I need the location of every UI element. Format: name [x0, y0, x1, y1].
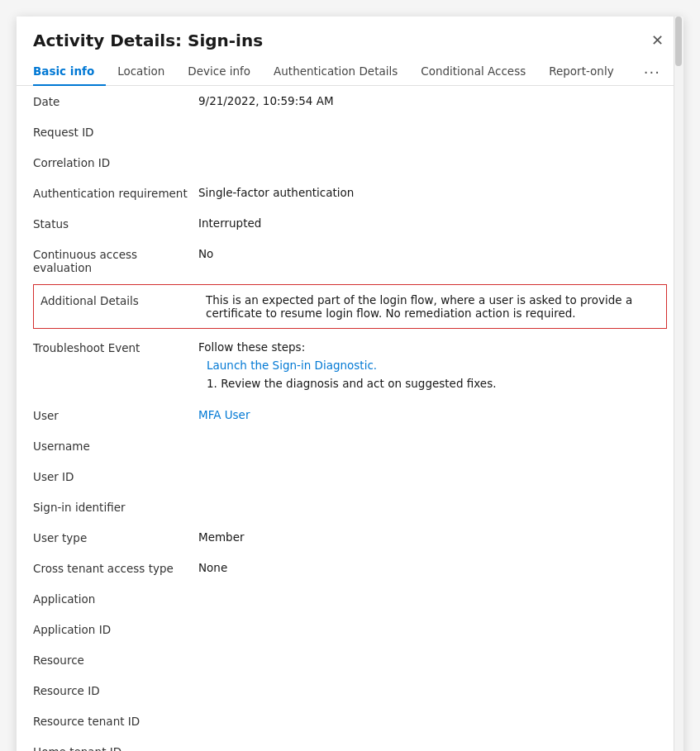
field-label-resource-tenant-id: Resource tenant ID	[33, 714, 198, 728]
field-user: User MFA User	[33, 400, 667, 430]
scrollbar-track[interactable]	[674, 17, 683, 751]
field-resource-tenant-id: Resource tenant ID	[33, 706, 667, 736]
tabs-bar: Basic info Location Device info Authenti…	[17, 51, 683, 86]
field-application-id: Application ID	[33, 614, 667, 644]
field-user-type: User type Member	[33, 522, 667, 553]
troubleshoot-step1: 1. Review the diagnosis and act on sugge…	[207, 377, 667, 390]
field-status: Status Interrupted	[33, 208, 667, 239]
field-username: Username	[33, 430, 667, 461]
troubleshoot-content: Follow these steps: Launch the Sign-in D…	[198, 340, 667, 390]
field-auth-requirement: Authentication requirement Single-factor…	[33, 178, 667, 208]
additional-details-row: Additional Details This is an expected p…	[33, 284, 667, 329]
scrollbar-thumb[interactable]	[675, 17, 682, 66]
field-label-user-id: User ID	[33, 469, 198, 483]
field-label-signin-identifier: Sign-in identifier	[33, 500, 198, 514]
troubleshoot-row: Troubleshoot Event Follow these steps: L…	[33, 330, 667, 400]
field-label-correlation-id: Correlation ID	[33, 155, 198, 169]
close-button[interactable]: ✕	[648, 30, 667, 51]
troubleshoot-steps-title: Follow these steps:	[198, 340, 667, 354]
field-request-id: Request ID	[33, 116, 667, 147]
field-user-id: User ID	[33, 461, 667, 492]
field-value-user-type: Member	[198, 530, 667, 544]
field-resource: Resource	[33, 644, 667, 675]
field-signin-identifier: Sign-in identifier	[33, 492, 667, 522]
field-label-username: Username	[33, 439, 198, 453]
panel-content: Date 9/21/2022, 10:59:54 AM Request ID C…	[17, 86, 683, 751]
field-value-cae: No	[198, 247, 667, 260]
field-resource-id: Resource ID	[33, 675, 667, 706]
field-label-user: User	[33, 408, 198, 422]
troubleshoot-label: Troubleshoot Event	[33, 340, 198, 354]
field-value-date: 9/21/2022, 10:59:54 AM	[198, 94, 667, 107]
field-cae: Continuous access evaluation No	[33, 239, 667, 283]
field-label-application-id: Application ID	[33, 622, 198, 636]
tab-basic-info[interactable]: Basic info	[33, 58, 106, 86]
field-date: Date 9/21/2022, 10:59:54 AM	[33, 86, 667, 116]
field-correlation-id: Correlation ID	[33, 147, 667, 178]
field-label-resource-id: Resource ID	[33, 683, 198, 697]
field-value-cross-tenant: None	[198, 561, 667, 574]
field-label-auth-requirement: Authentication requirement	[33, 186, 198, 200]
field-label-status: Status	[33, 216, 198, 231]
tab-report-only[interactable]: Report-only	[537, 58, 625, 86]
field-label-home-tenant-id: Home tenant ID	[33, 744, 198, 751]
tab-authentication-details[interactable]: Authentication Details	[262, 58, 409, 86]
field-cross-tenant: Cross tenant access type None	[33, 553, 667, 583]
tab-device-info[interactable]: Device info	[176, 58, 262, 86]
field-label-application: Application	[33, 592, 198, 606]
field-label-user-type: User type	[33, 530, 198, 544]
launch-diagnostic-link[interactable]: Launch the Sign-in Diagnostic.	[207, 359, 667, 372]
field-label-date: Date	[33, 94, 198, 108]
panel-title: Activity Details: Sign-ins	[33, 31, 263, 50]
additional-details-label: Additional Details	[40, 293, 206, 307]
field-home-tenant-id: Home tenant ID	[33, 736, 667, 751]
field-label-request-id: Request ID	[33, 125, 198, 139]
additional-details-value: This is an expected part of the login fl…	[206, 293, 660, 320]
tabs-more-button[interactable]: ···	[637, 59, 667, 86]
field-label-cross-tenant: Cross tenant access type	[33, 561, 198, 575]
field-label-cae: Continuous access evaluation	[33, 247, 198, 274]
field-value-status: Interrupted	[198, 216, 667, 230]
panel-header: Activity Details: Sign-ins ✕	[17, 17, 683, 51]
tab-conditional-access[interactable]: Conditional Access	[409, 58, 537, 86]
field-value-auth-requirement: Single-factor authentication	[198, 186, 667, 199]
field-application: Application	[33, 583, 667, 614]
activity-details-panel: Activity Details: Sign-ins ✕ Basic info …	[17, 17, 683, 751]
tab-location[interactable]: Location	[106, 58, 176, 86]
field-value-user[interactable]: MFA User	[198, 408, 667, 421]
field-label-resource: Resource	[33, 653, 198, 667]
